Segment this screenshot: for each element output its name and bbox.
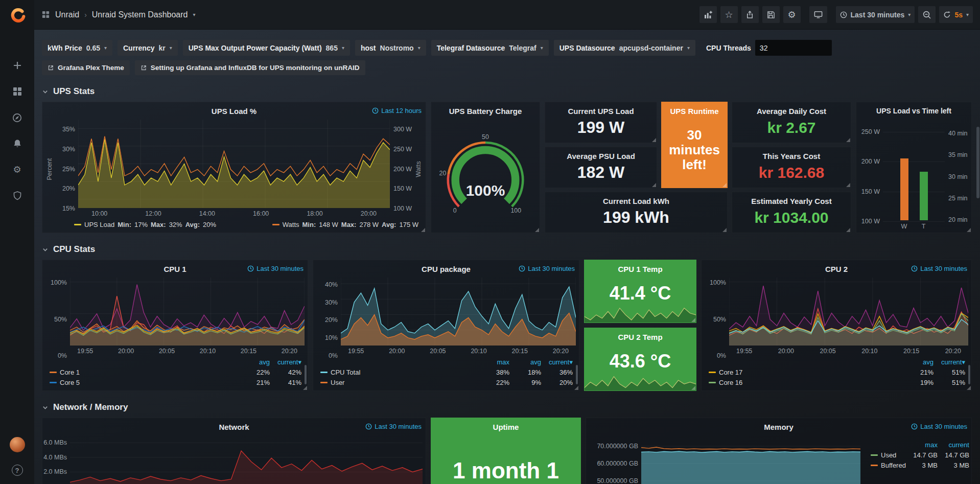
- cpu-package-chart[interactable]: 40%30%20%10%0%19:5520:0020:0520:1020:152…: [313, 278, 579, 357]
- time-range-button[interactable]: Last 30 minutes ▾: [836, 6, 915, 23]
- variable-ups-datasource[interactable]: UPS Datasourceapcupsd-container▾: [554, 40, 695, 56]
- link-grafana-plex-theme[interactable]: Grafana Plex Theme: [42, 60, 130, 75]
- resize-handle[interactable]: [535, 228, 539, 232]
- panel-title[interactable]: CPU 1: [164, 265, 186, 273]
- resize-handle[interactable]: [691, 386, 695, 390]
- refresh-button[interactable]: 5s ▾: [939, 6, 973, 23]
- section-header-cpu-stats[interactable]: CPU Stats: [34, 233, 980, 260]
- legend-series-name[interactable]: Core 16: [709, 379, 902, 386]
- panel-time-range[interactable]: Last 12 hours: [372, 107, 422, 114]
- resize-handle[interactable]: [574, 386, 578, 390]
- variable-host[interactable]: hostNostromo▾: [355, 40, 426, 56]
- panel-header[interactable]: UPS Load vs Time left: [856, 102, 971, 120]
- legend-series-name[interactable]: CPU Total: [320, 368, 478, 376]
- cpu1-chart[interactable]: 100%50%0%19:5520:0020:0520:1020:1520:20: [42, 278, 308, 357]
- dashboard-settings-button[interactable]: ⚙: [783, 6, 801, 23]
- panel-time-range[interactable]: Last 30 minutes: [911, 265, 967, 272]
- resize-handle[interactable]: [846, 138, 850, 142]
- legend-column-header[interactable]: current▾: [541, 358, 573, 366]
- panel-title[interactable]: CPU 1 Temp: [618, 265, 662, 273]
- share-button[interactable]: [741, 6, 759, 23]
- variable-ups-max-output[interactable]: UPS Max Output Power Capacity (Watt)865▾: [183, 40, 350, 56]
- legend-column-header[interactable]: current▾: [270, 358, 301, 366]
- tv-mode-button[interactable]: [809, 6, 827, 23]
- panel-title[interactable]: CPU package: [422, 265, 471, 273]
- resize-handle[interactable]: [691, 318, 695, 322]
- legend-series-name[interactable]: Core 5: [50, 379, 238, 386]
- legend-series-name[interactable]: Buffered: [871, 462, 906, 469]
- sidebar-item-alerting[interactable]: [11, 137, 24, 150]
- legend-scrollbar[interactable]: [968, 365, 970, 384]
- panel-title[interactable]: UPS Load %: [212, 107, 256, 116]
- grafana-logo[interactable]: [0, 0, 34, 30]
- panel-header[interactable]: CPU 1 Last 30 minutes: [42, 260, 308, 278]
- resize-handle[interactable]: [303, 386, 307, 390]
- panel-header[interactable]: CPU 2 Temp: [585, 328, 696, 345]
- bar[interactable]: [900, 158, 908, 220]
- breadcrumb-folder[interactable]: Unraid: [55, 10, 79, 19]
- resize-handle[interactable]: [722, 228, 727, 232]
- legend-series-name[interactable]: User: [320, 379, 478, 386]
- panel-header[interactable]: Network Last 30 minutes: [42, 418, 426, 435]
- variable-currency[interactable]: Currencykr▾: [118, 40, 178, 56]
- panel-title[interactable]: Memory: [764, 423, 794, 431]
- cpu-threads-input[interactable]: [755, 40, 832, 56]
- save-button[interactable]: [762, 6, 780, 23]
- panel-header[interactable]: Uptime: [431, 418, 580, 435]
- dashboard-title[interactable]: Unraid System Dashboard: [92, 10, 188, 19]
- add-panel-button[interactable]: [699, 6, 717, 23]
- resize-handle[interactable]: [652, 138, 656, 142]
- sidebar-item-create[interactable]: [11, 59, 24, 72]
- ups-load-chart[interactable]: Percent35%30%25%20%15%10:0012:0014:0016:…: [42, 120, 426, 219]
- legend-column-header[interactable]: avg: [238, 358, 270, 366]
- panel-header[interactable]: CPU package Last 30 minutes: [313, 260, 579, 278]
- legend-column-header[interactable]: current▾: [934, 358, 965, 366]
- memory-chart[interactable]: 70.000000 GB60.000000 GB50.000000 GB: [589, 437, 864, 484]
- panel-time-range[interactable]: Last 30 minutes: [365, 423, 422, 430]
- link-ups-monitoring-guide[interactable]: Setting up Grafana and InfluxDB for UPS …: [135, 60, 365, 75]
- resize-handle[interactable]: [967, 386, 971, 390]
- sidebar-item-help[interactable]: ?: [12, 465, 23, 476]
- sidebar-item-configuration[interactable]: ⚙: [11, 164, 24, 176]
- star-button[interactable]: ☆: [720, 6, 738, 23]
- panel-time-range[interactable]: Last 30 minutes: [519, 265, 575, 272]
- panel-header[interactable]: UPS Battery Charge: [431, 102, 540, 120]
- network-chart[interactable]: 6.0 MBs4.0 MBs2.0 MBs: [42, 435, 426, 484]
- legend-series-name[interactable]: Core 1: [50, 368, 238, 376]
- legend-scrollbar[interactable]: [305, 365, 307, 384]
- legend-column-header[interactable]: current: [938, 441, 969, 449]
- user-avatar[interactable]: [10, 437, 25, 452]
- sidebar-item-dashboards[interactable]: [11, 85, 24, 98]
- sidebar-item-server-admin[interactable]: [11, 190, 24, 202]
- panel-title[interactable]: CPU 2: [825, 265, 848, 273]
- legend-item[interactable]: WattsMin:148 WMax:278 WAvg:175 W: [272, 221, 418, 228]
- panel-title[interactable]: UPS Battery Charge: [449, 107, 522, 116]
- panel-title[interactable]: UPS Load vs Time left: [876, 107, 951, 115]
- panel-title[interactable]: Network: [219, 423, 249, 431]
- panel-header[interactable]: CPU 2 Last 30 minutes: [702, 260, 971, 278]
- breadcrumb[interactable]: Unraid › Unraid System Dashboard ▾: [41, 10, 195, 19]
- zoom-out-button[interactable]: [918, 6, 936, 23]
- legend-column-header[interactable]: avg: [509, 358, 541, 366]
- panel-header[interactable]: Memory Last 30 minutes: [586, 418, 971, 435]
- panel-header[interactable]: UPS Load % Last 12 hours: [42, 102, 426, 120]
- cpu2-chart[interactable]: 100%50%0%19:5520:0020:0520:1020:1520:20: [702, 278, 971, 357]
- legend-item[interactable]: UPS LoadMin:17%Max:32%Avg:20%: [74, 221, 216, 228]
- resize-handle[interactable]: [652, 183, 656, 187]
- section-header-network-memory[interactable]: Network / Memory: [34, 391, 980, 418]
- resize-handle[interactable]: [722, 183, 727, 187]
- panel-time-range[interactable]: Last 30 minutes: [911, 423, 967, 430]
- legend-series-name[interactable]: Core 17: [709, 368, 902, 376]
- page-scrollbar[interactable]: [976, 127, 979, 198]
- resize-handle[interactable]: [846, 183, 850, 187]
- legend-scrollbar[interactable]: [576, 365, 578, 384]
- panel-time-range[interactable]: Last 30 minutes: [247, 265, 304, 272]
- panel-title[interactable]: CPU 2 Temp: [618, 333, 662, 341]
- panel-header[interactable]: CPU 1 Temp: [585, 260, 696, 278]
- resize-handle[interactable]: [846, 228, 850, 232]
- bar[interactable]: [920, 172, 928, 221]
- legend-column-header[interactable]: max: [478, 358, 509, 366]
- panel-title[interactable]: Uptime: [493, 423, 519, 431]
- variable-telegraf-datasource[interactable]: Telegraf DatasourceTelegraf▾: [431, 40, 549, 56]
- sidebar-item-explore[interactable]: [11, 111, 24, 124]
